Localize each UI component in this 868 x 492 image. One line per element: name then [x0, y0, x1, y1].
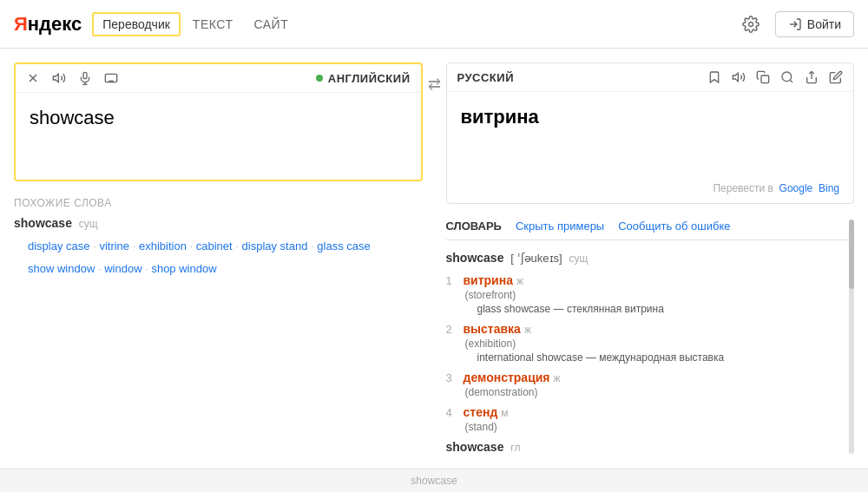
synonyms-row1: display case · vitrine · exhibition · ca… [28, 235, 423, 258]
result-box: РУССКИЙ [446, 62, 855, 204]
similar-pos: сущ [79, 218, 98, 230]
dict-gender-3: ж [554, 372, 561, 384]
edit-icon[interactable] [829, 70, 843, 84]
dict-num-4: 4 [446, 406, 460, 419]
dict-pos2: гл [510, 442, 520, 454]
bottom-text: showcase [411, 475, 457, 487]
similar-main-word: showcase сущ [14, 216, 423, 230]
svg-point-0 [748, 22, 753, 26]
result-text: витрина [447, 92, 854, 179]
sep3: · [190, 239, 196, 253]
dict-headword: showcase [446, 251, 504, 265]
syn-display-case[interactable]: display case [28, 239, 90, 253]
dict-tabs: СЛОВАРЬ Скрыть примеры Сообщить об ошибк… [446, 220, 855, 240]
syn-cabinet[interactable]: cabinet [196, 239, 233, 253]
copy-icon[interactable] [756, 70, 770, 84]
entry-1-sub: (storefront) [465, 289, 855, 301]
result-speaker-icon[interactable] [732, 70, 746, 84]
scrollbar[interactable] [849, 220, 854, 454]
syn-glass-case[interactable]: glass case [317, 239, 370, 253]
mic-icon[interactable] [78, 71, 92, 85]
sep4: · [235, 239, 241, 253]
target-lang-label: РУССКИЙ [457, 71, 515, 84]
header-right: Войти [737, 10, 854, 38]
syn-window[interactable]: window [104, 262, 141, 275]
dict-tab-slovar[interactable]: СЛОВАРЬ [446, 220, 502, 233]
dict-word-heading: showcase [ ˈʃəukeɪs] сущ [446, 251, 855, 265]
dict-trans-1[interactable]: витрина [464, 273, 513, 287]
tab-text[interactable]: ТЕКСТ [184, 14, 242, 35]
bookmark-icon[interactable] [707, 70, 721, 84]
nav-tabs: Переводчик ТЕКСТ САЙТ [92, 12, 297, 36]
dict-trans-3[interactable]: демонстрация [464, 371, 550, 384]
svg-marker-18 [733, 73, 738, 81]
lang-dot [316, 75, 323, 82]
dict-entry-2: 2 выставка ж (exhibition) international … [446, 322, 855, 364]
svg-marker-4 [53, 74, 58, 82]
source-lang-indicator: АНГЛИЙСКИЙ [316, 72, 411, 85]
syn-vitrine[interactable]: vitrine [99, 239, 129, 253]
entry-3-sub: (demonstration) [465, 386, 855, 398]
dict-trans-2[interactable]: выставка [464, 322, 521, 336]
dict-num-1: 1 [446, 274, 460, 287]
entry-1-row: 1 витрина ж [446, 273, 855, 287]
sep2: · [133, 239, 139, 253]
svg-rect-19 [761, 75, 769, 83]
target-toolbar: РУССКИЙ [447, 63, 854, 92]
tab-translator[interactable]: Переводчик [92, 12, 181, 36]
svg-line-21 [790, 80, 792, 82]
dict-word2-heading: showcase гл [446, 440, 855, 454]
dict-entry-1: 1 витрина ж (storefront) glass showcase … [446, 273, 855, 315]
search-icon[interactable] [780, 70, 794, 84]
login-button[interactable]: Войти [775, 11, 854, 37]
left-panel: АНГЛИЙСКИЙ showcase ПОХОЖИЕ СЛОВА showca… [14, 62, 423, 454]
translate-box: АНГЛИЙСКИЙ showcase [14, 62, 423, 181]
entry-1-example: glass showcase — стеклянная витрина [477, 303, 855, 315]
synonyms-row2: show window · window · shop window [28, 258, 423, 280]
syn-show-window[interactable]: show window [28, 262, 95, 275]
google-link[interactable]: Google [779, 182, 813, 194]
right-panel: РУССКИЙ [446, 62, 855, 454]
result-toolbar-icons [707, 70, 843, 84]
source-lang-label: АНГЛИЙСКИЙ [328, 72, 411, 85]
syn-display-stand[interactable]: display stand [242, 239, 308, 253]
dictionary-section: СЛОВАРЬ Скрыть примеры Сообщить об ошибк… [446, 220, 855, 454]
entry-2-example: international showcase — международная в… [477, 351, 855, 364]
login-icon [788, 17, 802, 31]
gear-icon [742, 16, 760, 33]
dict-num-3: 3 [446, 371, 460, 384]
clear-icon[interactable] [26, 71, 40, 85]
svg-rect-5 [83, 72, 87, 78]
syn-shop-window[interactable]: shop window [151, 262, 216, 275]
settings-button[interactable] [737, 10, 765, 38]
header: Яндекс Переводчик ТЕКСТ САЙТ Войти [0, 0, 868, 49]
scrollbar-thumb[interactable] [849, 220, 854, 289]
entry-4-sub: (stand) [465, 421, 855, 433]
dict-headword2: showcase [446, 440, 504, 454]
main-content: АНГЛИЙСКИЙ showcase ПОХОЖИЕ СЛОВА showca… [0, 49, 868, 492]
dict-gender-4: м [501, 407, 508, 419]
entry-4-row: 4 стенд м [446, 405, 855, 419]
dict-transcription: [ ˈʃəukeɪs] [510, 252, 562, 265]
translate-in-label: Перевести в [713, 182, 773, 194]
dict-gender-2: ж [524, 324, 531, 336]
entry-2-row: 2 выставка ж [446, 322, 855, 336]
translate-in-row: Перевести в Google Bing [447, 179, 854, 203]
share-icon[interactable] [805, 70, 819, 84]
dict-gender-1: ж [516, 275, 523, 287]
keyboard-icon[interactable] [104, 71, 118, 85]
dict-trans-4[interactable]: стенд [464, 405, 498, 419]
syn-exhibition[interactable]: exhibition [139, 239, 187, 253]
tab-site[interactable]: САЙТ [245, 14, 297, 35]
swap-icon[interactable]: ⇄ [428, 75, 441, 94]
source-text[interactable]: showcase [16, 93, 421, 180]
dict-tab-report[interactable]: Сообщить об ошибке [618, 220, 730, 233]
source-toolbar: АНГЛИЙСКИЙ [16, 64, 421, 93]
login-label: Войти [807, 17, 841, 31]
bottom-bar: showcase [0, 469, 868, 492]
speaker-icon[interactable] [52, 71, 66, 85]
entry-3-row: 3 демонстрация ж [446, 371, 855, 384]
dict-pos: сущ [569, 253, 589, 265]
bing-link[interactable]: Bing [819, 182, 839, 194]
dict-tab-hide-examples[interactable]: Скрыть примеры [516, 220, 604, 233]
